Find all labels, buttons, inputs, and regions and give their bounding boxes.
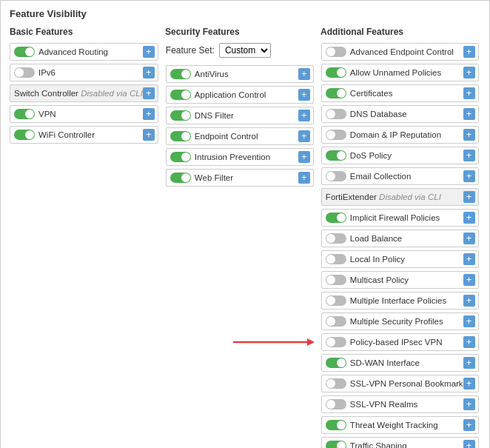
add-email-collection-button[interactable]: + xyxy=(463,170,475,182)
list-item: VPN + xyxy=(10,105,158,123)
toggle-local-in-policy[interactable] xyxy=(326,254,346,264)
label-ipv6: IPv6 xyxy=(38,68,56,77)
toggle-app-control[interactable] xyxy=(170,90,191,100)
add-antivirus-button[interactable]: + xyxy=(298,68,310,80)
add-domain-ip-reputation-button[interactable]: + xyxy=(463,129,475,141)
toggle-dns-database[interactable] xyxy=(326,109,346,119)
label-allow-unnamed: Allow Unnamed Policies xyxy=(350,68,441,77)
toggle-wifi-controller[interactable] xyxy=(14,130,35,140)
toggle-sslvpn-bookmark[interactable] xyxy=(326,378,346,389)
toggle-email-collection[interactable] xyxy=(326,171,346,181)
add-switch-controller-button[interactable]: + xyxy=(143,87,155,99)
toggle-antivirus[interactable] xyxy=(170,69,191,79)
add-endpoint-control-button[interactable]: + xyxy=(298,130,310,142)
list-item: Multiple Interface Policies + xyxy=(321,292,479,310)
toggle-adv-endpoint-control[interactable] xyxy=(326,47,346,57)
toggle-traffic-shaping[interactable] xyxy=(326,441,346,448)
toggle-multicast-policy[interactable] xyxy=(326,275,346,285)
add-advanced-routing-button[interactable]: + xyxy=(143,46,155,58)
svg-marker-1 xyxy=(307,338,315,346)
list-item: Advanced Routing + xyxy=(10,43,158,61)
label-vpn: VPN xyxy=(38,110,56,118)
toggle-dos-policy[interactable] xyxy=(326,150,346,161)
toggle-sdwan-interface[interactable] xyxy=(326,358,346,368)
toggle-threat-weight[interactable] xyxy=(326,420,346,430)
toggle-multi-iface-policies[interactable] xyxy=(326,295,346,306)
basic-features-column: Basic Features xyxy=(10,27,158,40)
list-item: Domain & IP Reputation + xyxy=(321,126,479,144)
label-dns-database: DNS Database xyxy=(350,110,407,118)
add-wifi-controller-button[interactable]: + xyxy=(143,129,155,141)
label-multi-iface-policies: Multiple Interface Policies xyxy=(350,296,446,305)
security-features-header: Security Features xyxy=(165,27,313,37)
add-app-control-button[interactable]: + xyxy=(298,89,310,101)
security-features-column: Security Features xyxy=(165,27,313,40)
toggle-intrusion-prevention[interactable] xyxy=(170,152,191,162)
feature-set-row: Feature Set: Custom xyxy=(166,43,314,58)
add-multi-sec-profiles-button[interactable]: + xyxy=(463,315,475,327)
red-arrow-indicator xyxy=(233,336,315,348)
add-dns-database-button[interactable]: + xyxy=(463,108,475,120)
add-multi-iface-policies-button[interactable]: + xyxy=(463,295,475,307)
add-sdwan-interface-button[interactable]: + xyxy=(463,357,475,369)
toggle-domain-ip-reputation[interactable] xyxy=(326,130,346,140)
toggle-certificates[interactable] xyxy=(326,88,346,98)
add-adv-endpoint-control-button[interactable]: + xyxy=(463,46,475,58)
toggle-allow-unnamed[interactable] xyxy=(326,67,346,78)
toggle-vpn[interactable] xyxy=(14,109,35,119)
list-item: AntiVirus + xyxy=(166,65,314,83)
list-item: Advanced Endpoint Control + xyxy=(321,43,479,61)
add-allow-unnamed-button[interactable]: + xyxy=(463,67,475,78)
add-traffic-shaping-button[interactable]: + xyxy=(463,440,475,448)
add-sslvpn-bookmark-button[interactable]: + xyxy=(463,378,475,390)
additional-features-column: Additional Features xyxy=(320,27,480,40)
list-item: Local In Policy + xyxy=(321,250,479,268)
list-item: Load Balance + xyxy=(321,230,479,247)
add-implicit-fw-button[interactable]: + xyxy=(463,212,475,224)
label-domain-ip-reputation: Domain & IP Reputation xyxy=(350,130,441,139)
label-local-in-policy: Local In Policy xyxy=(350,255,405,264)
label-load-balance: Load Balance xyxy=(350,234,402,243)
feature-set-select[interactable]: Custom xyxy=(219,43,271,58)
add-local-in-policy-button[interactable]: + xyxy=(463,253,475,265)
add-dns-filter-button[interactable]: + xyxy=(298,110,310,121)
add-intrusion-prevention-button[interactable]: + xyxy=(298,151,310,163)
label-traffic-shaping: Traffic Shaping xyxy=(350,441,407,448)
list-item: Multiple Security Profiles + xyxy=(321,312,479,330)
label-implicit-fw: Implicit Firewall Policies xyxy=(350,213,440,222)
add-load-balance-button[interactable]: + xyxy=(463,233,475,244)
list-item: Allow Unnamed Policies + xyxy=(321,64,479,81)
label-policy-ipsec-vpn: Policy-based IPsec VPN xyxy=(350,338,443,347)
label-dos-policy: DoS Policy xyxy=(350,151,392,160)
label-app-control: Application Control xyxy=(195,90,266,99)
label-web-filter: Web Filter xyxy=(195,173,233,182)
toggle-endpoint-control[interactable] xyxy=(170,131,191,141)
add-policy-ipsec-vpn-button[interactable]: + xyxy=(463,336,475,348)
list-item: DNS Filter + xyxy=(166,107,314,124)
label-switch-controller: Switch Controller Disabled via CLI xyxy=(14,89,143,98)
toggle-sslvpn-realms[interactable] xyxy=(326,399,346,409)
toggle-multi-sec-profiles[interactable] xyxy=(326,316,346,327)
toggle-web-filter[interactable] xyxy=(170,173,191,183)
red-arrow-icon xyxy=(233,336,315,348)
add-multicast-policy-button[interactable]: + xyxy=(463,274,475,286)
toggle-load-balance[interactable] xyxy=(326,233,346,244)
list-item: Threat Weight Tracking + xyxy=(321,416,479,434)
toggle-dns-filter[interactable] xyxy=(170,110,191,121)
add-web-filter-button[interactable]: + xyxy=(298,172,310,184)
add-ipv6-button[interactable]: + xyxy=(143,67,155,78)
add-vpn-button[interactable]: + xyxy=(143,108,155,120)
label-sdwan-interface: SD-WAN Interface xyxy=(350,358,420,367)
list-item: Switch Controller Disabled via CLI + xyxy=(10,84,158,102)
add-certificates-button[interactable]: + xyxy=(463,87,475,99)
toggle-policy-ipsec-vpn[interactable] xyxy=(326,337,346,347)
basic-features-header: Basic Features xyxy=(10,27,158,37)
add-dos-policy-button[interactable]: + xyxy=(463,150,475,161)
list-item: SSL-VPN Personal Bookmark + xyxy=(321,375,479,392)
add-fortiextender-button[interactable]: + xyxy=(463,191,475,203)
toggle-advanced-routing[interactable] xyxy=(14,47,35,57)
toggle-ipv6[interactable] xyxy=(14,67,35,78)
add-sslvpn-realms-button[interactable]: + xyxy=(463,398,475,410)
toggle-implicit-fw[interactable] xyxy=(326,213,346,223)
add-threat-weight-button[interactable]: + xyxy=(463,419,475,431)
